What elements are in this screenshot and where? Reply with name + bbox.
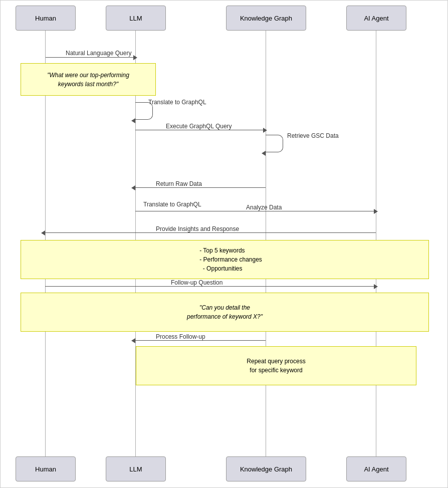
- analyze-arrowhead: [374, 209, 378, 214]
- processfu-label: Process Follow-up: [156, 333, 205, 340]
- return-arrowhead: [131, 185, 135, 190]
- insights-note-box: - Top 5 keywords- Performance changes - …: [21, 240, 429, 279]
- return-label: Return Raw Data: [156, 180, 202, 187]
- provide-label: Provide Insights and Response: [156, 225, 239, 232]
- nlq-label: Natural Language Query: [66, 50, 131, 57]
- execute-line: [135, 130, 266, 130]
- retrieve-label: Retrieve GSC Data: [287, 132, 339, 139]
- nlq-line: [46, 57, 135, 58]
- execute-label: Execute GraphQL Query: [166, 123, 232, 130]
- lifeline-human-top: Human: [16, 6, 76, 31]
- followup-label: Follow-up Question: [171, 279, 222, 286]
- provide-line: [45, 232, 376, 233]
- followup-arrowhead: [374, 284, 378, 289]
- translate-arrowhead: [131, 118, 135, 123]
- nlq-arrow-group: [46, 57, 447, 58]
- analyze-line: [135, 211, 376, 211]
- query-note-box: "What were our top-performingkeywords la…: [21, 63, 156, 96]
- return-line: [135, 187, 266, 188]
- lifeline-kg-top: Knowledge Graph: [226, 6, 306, 31]
- execute-arrowhead: [263, 128, 267, 133]
- processfu-line: [135, 340, 266, 341]
- processfu-arrowhead: [131, 338, 135, 343]
- lifeline-aiagent-bottom: AI Agent: [346, 456, 406, 481]
- repeat-note-box: Repeat query processfor specific keyword: [136, 346, 416, 385]
- retrieve-selfloop: [266, 135, 283, 152]
- lifeline-human-bottom: Human: [16, 456, 76, 481]
- diagram-container: Human LLM Knowledge Graph AI Agent Natur…: [0, 0, 448, 488]
- lifeline-aiagent-top: AI Agent: [346, 6, 406, 31]
- nlq-arrowhead: [133, 55, 137, 60]
- provide-arrowhead: [41, 230, 45, 235]
- lifeline-kg-bottom: Knowledge Graph: [226, 456, 306, 481]
- lifeline-llm-bottom: LLM: [106, 456, 166, 481]
- analyze-label: Analyze Data: [246, 204, 282, 211]
- translate-label-text: Translate to GraphQL: [148, 99, 206, 106]
- retrieve-arrowhead: [262, 151, 266, 156]
- detail-note-box: "Can you detail theperformance of keywor…: [21, 293, 429, 332]
- followup-line: [45, 286, 376, 287]
- lifeline-llm-top: LLM: [106, 6, 166, 31]
